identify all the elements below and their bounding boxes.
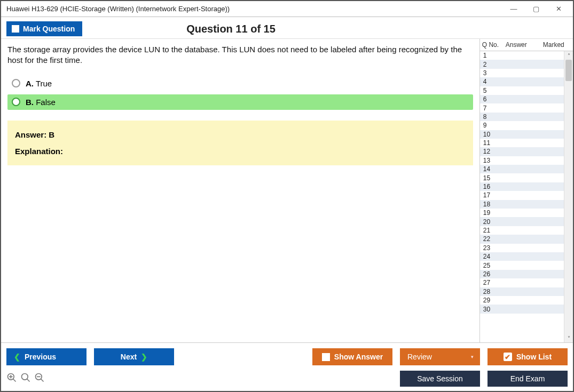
scroll-thumb[interactable] xyxy=(565,60,572,81)
footer-row-primary: ❮ Previous Next ❯ Show Answer Review ▾ ✔… xyxy=(6,348,568,365)
question-list-header: Q No. Answer Marked xyxy=(480,39,573,51)
previous-button[interactable]: ❮ Previous xyxy=(6,348,87,365)
zoom-in-icon[interactable] xyxy=(6,372,17,385)
option-label: True xyxy=(36,79,52,88)
window-title: Huawei H13-629 (HCIE-Storage (Written) (… xyxy=(6,5,230,13)
list-item[interactable]: 9 xyxy=(480,121,564,130)
radio-icon xyxy=(12,98,20,106)
list-item[interactable]: 6 xyxy=(480,95,564,103)
checkbox-icon xyxy=(322,353,330,361)
top-strip: Mark Question Question 11 of 15 xyxy=(1,17,573,39)
chevron-down-icon: ▾ xyxy=(471,354,474,359)
zoom-icon[interactable] xyxy=(20,372,31,385)
chevron-left-icon: ❮ xyxy=(14,353,20,361)
maximize-icon[interactable]: ▢ xyxy=(525,2,547,17)
next-button[interactable]: Next ❯ xyxy=(94,348,174,365)
question-list-panel: Q No. Answer Marked 12345678910111213141… xyxy=(479,39,573,342)
list-item[interactable]: 24 xyxy=(480,252,564,261)
svg-line-7 xyxy=(41,379,44,382)
list-item[interactable]: 11 xyxy=(480,139,564,147)
list-item[interactable]: 4 xyxy=(480,77,564,86)
main-row: The storage array provides the device LU… xyxy=(1,39,573,342)
list-item[interactable]: 17 xyxy=(480,191,564,199)
show-answer-button[interactable]: Show Answer xyxy=(312,348,392,365)
zoom-controls xyxy=(6,372,45,385)
previous-label: Previous xyxy=(25,353,56,361)
list-item[interactable]: 1 xyxy=(480,51,564,60)
review-label: Review xyxy=(407,353,432,361)
chevron-right-icon: ❯ xyxy=(141,353,147,361)
save-session-label: Save Session xyxy=(417,374,463,383)
explanation-label: Explanation: xyxy=(15,147,466,156)
minimize-icon[interactable]: — xyxy=(502,2,525,17)
option-label: False xyxy=(36,98,56,107)
list-item[interactable]: 5 xyxy=(480,86,564,95)
end-exam-label: End Exam xyxy=(510,374,545,383)
end-exam-button[interactable]: End Exam xyxy=(487,371,568,387)
footer-row-secondary: Save Session End Exam xyxy=(6,371,568,387)
list-item[interactable]: 23 xyxy=(480,244,564,252)
list-item[interactable]: 10 xyxy=(480,130,564,139)
list-item[interactable]: 8 xyxy=(480,113,564,121)
list-item[interactable]: 15 xyxy=(480,173,564,182)
list-item[interactable]: 19 xyxy=(480,209,564,217)
check-icon: ✔ xyxy=(504,353,512,361)
scroll-down-icon[interactable]: ˅ xyxy=(564,334,573,342)
mark-question-label: Mark Question xyxy=(23,25,75,33)
option-letter: A. xyxy=(26,79,34,88)
svg-line-1 xyxy=(13,379,16,382)
show-answer-label: Show Answer xyxy=(334,353,383,361)
checkbox-icon xyxy=(12,25,19,33)
show-list-button[interactable]: ✔ Show List xyxy=(487,348,568,365)
app-window: Huawei H13-629 (HCIE-Storage (Written) (… xyxy=(0,0,574,392)
list-item[interactable]: 29 xyxy=(480,296,564,305)
svg-line-5 xyxy=(27,379,30,382)
review-button[interactable]: Review ▾ xyxy=(400,348,480,365)
list-item[interactable]: 28 xyxy=(480,287,564,296)
question-pane: The storage array provides the device LU… xyxy=(1,39,479,342)
answer-panel: Answer: B Explanation: xyxy=(7,121,473,165)
col-marked: Marked xyxy=(541,39,573,51)
list-item[interactable]: 18 xyxy=(480,200,564,209)
scrollbar[interactable]: ˄ ˅ xyxy=(564,51,573,342)
svg-point-4 xyxy=(22,374,28,380)
save-session-button[interactable]: Save Session xyxy=(400,371,480,387)
option-b[interactable]: B. False xyxy=(7,94,473,110)
radio-icon xyxy=(12,79,20,87)
mark-question-button[interactable]: Mark Question xyxy=(6,21,82,36)
option-letter: B. xyxy=(26,98,34,107)
list-item[interactable]: 20 xyxy=(480,217,564,226)
list-item[interactable]: 14 xyxy=(480,165,564,173)
list-item[interactable]: 7 xyxy=(480,103,564,112)
list-item[interactable]: 25 xyxy=(480,261,564,269)
list-item[interactable]: 3 xyxy=(480,69,564,77)
list-item[interactable]: 16 xyxy=(480,182,564,191)
col-answer: Answer xyxy=(504,39,541,51)
footer: ❮ Previous Next ❯ Show Answer Review ▾ ✔… xyxy=(1,342,573,391)
question-list[interactable]: 1234567891011121314151617181920212223242… xyxy=(480,51,564,342)
close-icon[interactable]: ✕ xyxy=(547,2,570,17)
list-item[interactable]: 27 xyxy=(480,278,564,287)
scroll-up-icon[interactable]: ˄ xyxy=(564,51,573,60)
list-item[interactable]: 21 xyxy=(480,226,564,235)
window-controls: — ▢ ✕ xyxy=(502,2,570,17)
list-item[interactable]: 26 xyxy=(480,270,564,278)
question-text: The storage array provides the device LU… xyxy=(7,44,473,66)
zoom-out-icon[interactable] xyxy=(34,372,45,385)
list-item[interactable]: 12 xyxy=(480,147,564,156)
answer-line: Answer: B xyxy=(15,130,466,139)
show-list-label: Show List xyxy=(516,353,552,361)
list-item[interactable]: 22 xyxy=(480,235,564,243)
col-qno: Q No. xyxy=(480,39,504,51)
list-item[interactable]: 30 xyxy=(480,305,564,313)
list-item[interactable]: 13 xyxy=(480,156,564,165)
next-label: Next xyxy=(121,353,137,361)
title-bar: Huawei H13-629 (HCIE-Storage (Written) (… xyxy=(1,1,573,17)
option-a[interactable]: A. True xyxy=(7,76,473,91)
list-item[interactable]: 2 xyxy=(480,60,564,68)
